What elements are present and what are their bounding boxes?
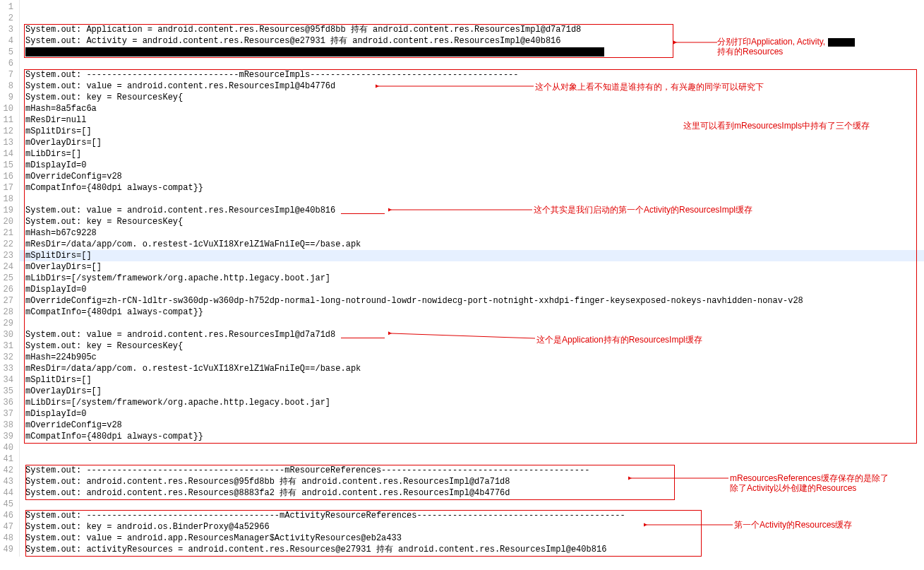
line-number: 25 — [3, 273, 13, 284]
annotation-text: 持有的Resources — [717, 47, 783, 57]
code-line[interactable]: mHash=224b905c — [20, 352, 924, 363]
code-line[interactable]: mOverrideConfig=zh-rCN-ldltr-sw360dp-w36… — [20, 295, 924, 307]
line-number: 19 — [3, 205, 13, 216]
code-line[interactable] — [20, 442, 924, 453]
line-number: 37 — [3, 408, 13, 420]
line-number: 40 — [3, 442, 13, 453]
line-number: 43 — [3, 476, 13, 487]
line-number: 17 — [3, 182, 13, 194]
code-line[interactable]: mSplitDirs=[] — [20, 374, 924, 386]
line-number: 27 — [3, 295, 13, 307]
line-number: 28 — [3, 307, 13, 318]
code-line[interactable] — [20, 499, 924, 510]
line-number: 10 — [3, 103, 13, 114]
code-line[interactable] — [20, 13, 924, 24]
line-number: 44 — [3, 487, 13, 499]
line-number: 23 — [3, 250, 13, 261]
code-line[interactable]: mResDir=/data/app/com. o.restest-1cVuXI1… — [20, 363, 924, 374]
code-line[interactable]: System.out: value = android.content.res.… — [20, 81, 924, 92]
line-number: 1 — [3, 1, 13, 13]
code-line[interactable]: mDisplayId=0 — [20, 284, 924, 295]
code-line-highlighted[interactable]: mSplitDirs=[] — [20, 250, 924, 261]
code-line[interactable]: mCompatInfo={480dpi always-compat}} — [20, 307, 924, 318]
line-number: 39 — [3, 431, 13, 442]
code-line[interactable] — [20, 318, 924, 329]
line-number: 21 — [3, 227, 13, 239]
code-line[interactable] — [20, 1, 924, 13]
annotation-first-activity: 这个其实是我们启动的第一个Activity的ResourcesImpl缓存 — [534, 205, 752, 215]
line-number-gutter: 1234567891011121314151617181920212223242… — [0, 0, 20, 557]
line-number: 9 — [3, 92, 13, 103]
line-number: 48 — [3, 533, 13, 544]
code-content: System.out: Application = android.conten… — [20, 0, 924, 557]
line-number: 20 — [3, 216, 13, 227]
code-line[interactable]: System.out: key = ResourcesKey{ — [20, 216, 924, 227]
line-number: 24 — [3, 261, 13, 273]
line-number: 45 — [3, 499, 13, 510]
annotation-three-cache: 这里可以看到mResourcesImpls中持有了三个缓存 — [683, 121, 870, 131]
line-number: 30 — [3, 329, 13, 340]
line-number: 32 — [3, 352, 13, 363]
code-line[interactable]: mOverlayDirs=[] — [20, 386, 924, 397]
line-number: 46 — [3, 510, 13, 521]
line-number: 31 — [3, 340, 13, 352]
code-line[interactable]: System.out: value = android.content.res.… — [20, 205, 924, 216]
line-number: 41 — [3, 453, 13, 465]
line-number: 2 — [3, 13, 13, 24]
line-number: 33 — [3, 363, 13, 374]
line-number: 14 — [3, 148, 13, 160]
code-line[interactable] — [20, 453, 924, 465]
line-number: 4 — [3, 35, 13, 47]
line-number: 6 — [3, 58, 13, 69]
annotation-text: 分别打印Application, Activity, — [717, 37, 825, 47]
code-line[interactable]: mOverrideConfig=v28 — [20, 420, 924, 431]
code-line[interactable]: mCompatInfo={480dpi always-compat}} — [20, 182, 924, 194]
code-line[interactable] — [20, 194, 924, 205]
code-line[interactable]: mDisplayId=0 — [20, 160, 924, 171]
code-line[interactable]: mOverlayDirs=[] — [20, 261, 924, 273]
line-number: 15 — [3, 160, 13, 171]
redaction-bar — [25, 47, 604, 57]
code-line[interactable]: System.out: key = ResourcesKey{ — [20, 340, 924, 352]
code-line[interactable] — [20, 58, 924, 69]
line-number: 35 — [3, 386, 13, 397]
line-number: 36 — [3, 397, 13, 408]
code-line[interactable]: mLibDirs=[] — [20, 148, 924, 160]
code-line[interactable]: mHash=b67c9228 — [20, 227, 924, 239]
code-line[interactable]: System.out: Application = android.conten… — [20, 24, 924, 35]
line-number: 18 — [3, 194, 13, 205]
code-line[interactable]: System.out: ----------------------------… — [20, 69, 924, 81]
annotation-text: mResourcesReferences缓存保存的是除了 — [730, 473, 889, 483]
code-line[interactable]: mLibDirs=[/system/framework/org.apache.h… — [20, 397, 924, 408]
code-line[interactable]: System.out: activityResources = android.… — [20, 544, 924, 555]
annotation-mresourcesrefs: mResourcesReferences缓存保存的是除了 除了Activity以… — [730, 473, 889, 493]
code-line[interactable]: System.out: key = ResourcesKey{ — [20, 92, 924, 103]
code-line[interactable]: mResDir=/data/app/com. o.restest-1cVuXI1… — [20, 239, 924, 250]
code-line[interactable]: System.out: value = android.app.Resource… — [20, 533, 924, 544]
line-number: 3 — [3, 24, 13, 35]
line-number: 12 — [3, 126, 13, 137]
annotation-text: 除了Activity以外创建的Resources — [730, 483, 856, 493]
line-number: 26 — [3, 284, 13, 295]
line-number: 34 — [3, 374, 13, 386]
code-line[interactable]: mDisplayId=0 — [20, 408, 924, 420]
line-number: 29 — [3, 318, 13, 329]
code-line[interactable]: mHash=8a5fac6a — [20, 103, 924, 114]
line-number: 42 — [3, 465, 13, 476]
line-number: 22 — [3, 239, 13, 250]
code-line[interactable]: mCompatInfo={480dpi always-compat}} — [20, 431, 924, 442]
annotation-application-cache: 这个是Application持有的ResourcesImpl缓存 — [536, 335, 702, 345]
code-line[interactable]: mLibDirs=[/system/framework/org.apache.h… — [20, 273, 924, 284]
line-number: 16 — [3, 171, 13, 182]
line-number: 49 — [3, 544, 13, 555]
code-line[interactable]: mOverrideConfig=v28 — [20, 171, 924, 182]
annotation-top: 分别打印Application, Activity, 持有的Resources — [717, 37, 855, 57]
line-number: 5 — [3, 47, 13, 58]
code-line[interactable]: mOverlayDirs=[] — [20, 137, 924, 148]
line-number: 38 — [3, 420, 13, 431]
redaction-small — [828, 38, 855, 47]
line-number: 8 — [3, 81, 13, 92]
code-line[interactable]: System.out: value = android.content.res.… — [20, 329, 924, 340]
line-number: 7 — [3, 69, 13, 81]
line-number: 47 — [3, 521, 13, 533]
